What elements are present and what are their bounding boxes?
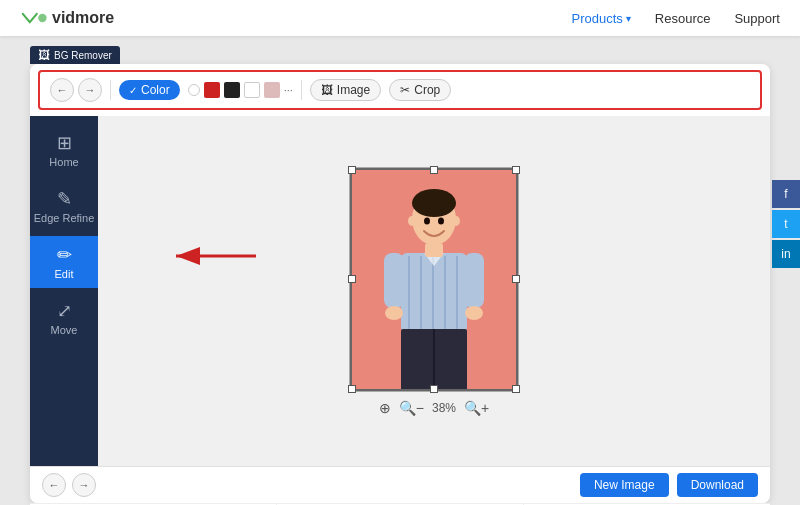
crop-icon: ✂ xyxy=(400,83,410,97)
svg-rect-14 xyxy=(464,253,484,308)
red-swatch[interactable] xyxy=(204,82,220,98)
pink-swatch[interactable] xyxy=(264,82,280,98)
divider-1 xyxy=(110,80,111,100)
move-icon: ⤢ xyxy=(57,300,72,322)
svg-point-21 xyxy=(408,216,416,226)
zoom-in-button[interactable]: 🔍+ xyxy=(464,400,489,416)
white-swatch[interactable] xyxy=(244,82,260,98)
sidebar-item-move[interactable]: ⤢ Move xyxy=(30,292,98,344)
image-container[interactable] xyxy=(349,167,519,392)
sidebar-item-home[interactable]: ⊞ Home xyxy=(30,124,98,176)
more-colors-button[interactable]: ··· xyxy=(284,84,293,96)
person-image xyxy=(369,181,499,391)
color-button[interactable]: ✓ Color xyxy=(119,80,180,100)
fit-button[interactable]: ⊕ xyxy=(379,400,391,416)
main-content: 🖼 BG Remover ← → ✓ Color xyxy=(0,36,800,505)
svg-point-4 xyxy=(412,189,456,217)
app-wrapper: 🖼 BG Remover ← → ✓ Color xyxy=(30,46,770,505)
nav-resource[interactable]: Resource xyxy=(655,11,711,26)
facebook-button[interactable]: f xyxy=(772,180,800,208)
transparent-swatch[interactable] xyxy=(188,84,200,96)
prev-button[interactable]: ← xyxy=(42,473,66,497)
redo-button[interactable]: → xyxy=(78,78,102,102)
edit-icon: ✏ xyxy=(57,244,72,266)
zoom-out-button[interactable]: 🔍− xyxy=(399,400,424,416)
linkedin-button[interactable]: in xyxy=(772,240,800,268)
logo: vidmore xyxy=(20,8,114,28)
svg-rect-12 xyxy=(425,243,443,257)
svg-point-16 xyxy=(465,306,483,320)
twitter-icon: t xyxy=(784,217,787,231)
logo-icon xyxy=(20,8,48,28)
svg-point-20 xyxy=(438,217,444,224)
zoom-controls: ⊕ 🔍− 38% 🔍+ xyxy=(379,400,489,416)
facebook-icon: f xyxy=(784,187,787,201)
chevron-down-icon: ▾ xyxy=(626,13,631,24)
svg-point-15 xyxy=(385,306,403,320)
home-icon: ⊞ xyxy=(57,132,72,154)
crop-button[interactable]: ✂ Crop xyxy=(389,79,451,101)
arrow-overlay xyxy=(166,216,266,296)
bottom-nav: ← → xyxy=(42,473,96,497)
color-palette: ··· xyxy=(188,82,293,98)
image-icon: 🖼 xyxy=(321,83,333,97)
action-buttons: New Image Download xyxy=(580,473,758,497)
black-swatch[interactable] xyxy=(224,82,240,98)
image-button[interactable]: 🖼 Image xyxy=(310,79,381,101)
svg-point-0 xyxy=(38,14,46,22)
undo-button[interactable]: ← xyxy=(50,78,74,102)
next-button[interactable]: → xyxy=(72,473,96,497)
app-badge: 🖼 BG Remover xyxy=(30,46,120,64)
sidebar-item-edge-refine[interactable]: ✎ Edge Refine xyxy=(30,180,98,232)
nav-support[interactable]: Support xyxy=(734,11,780,26)
editor-area: ⊞ Home ✎ Edge Refine ✏ Edit ⤢ Move xyxy=(30,116,770,466)
navbar: vidmore Products ▾ Resource Support xyxy=(0,0,800,36)
canvas-area[interactable]: ⊕ 🔍− 38% 🔍+ xyxy=(98,116,770,466)
new-image-button[interactable]: New Image xyxy=(580,473,669,497)
divider-2 xyxy=(301,80,302,100)
sidebar: ⊞ Home ✎ Edge Refine ✏ Edit ⤢ Move xyxy=(30,116,98,466)
zoom-level: 38% xyxy=(432,401,456,415)
nav-products[interactable]: Products ▾ xyxy=(572,11,631,26)
check-icon: ✓ xyxy=(129,85,137,96)
twitter-button[interactable]: t xyxy=(772,210,800,238)
photo-background xyxy=(350,168,518,391)
svg-point-22 xyxy=(452,216,460,226)
download-button[interactable]: Download xyxy=(677,473,758,497)
svg-point-19 xyxy=(424,217,430,224)
linkedin-icon: in xyxy=(781,247,790,261)
bottom-toolbar: ← → New Image Download xyxy=(30,466,770,503)
toolbar: ← → ✓ Color ··· 🖼 xyxy=(38,70,762,110)
logo-text: vidmore xyxy=(52,9,114,27)
sidebar-item-edit[interactable]: ✏ Edit xyxy=(30,236,98,288)
edge-refine-icon: ✎ xyxy=(57,188,72,210)
svg-rect-13 xyxy=(384,253,404,308)
toolbar-nav: ← → xyxy=(50,78,102,102)
social-sidebar: f t in xyxy=(772,180,800,268)
nav-links: Products ▾ Resource Support xyxy=(572,11,781,26)
app-card: ← → ✓ Color ··· 🖼 xyxy=(30,64,770,503)
